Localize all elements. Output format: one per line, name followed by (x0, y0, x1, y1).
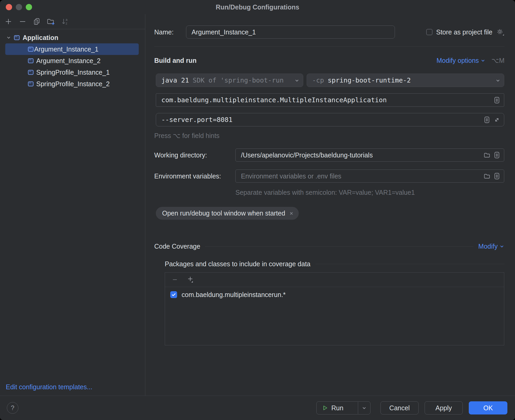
play-icon (322, 405, 328, 411)
dialog-footer: ? Run Cancel Apply OK (0, 396, 515, 420)
separator (315, 264, 504, 264)
name-field[interactable] (186, 25, 395, 39)
chevron-down-icon[interactable] (6, 35, 11, 40)
coverage-packages-header: Packages and classes to include in cover… (165, 258, 504, 270)
help-button[interactable]: ? (7, 402, 18, 414)
remove-icon (171, 276, 179, 284)
minimize-window-button[interactable] (16, 4, 22, 10)
classpath-dropdown[interactable]: -cp spring-boot-runtime-2 (307, 74, 504, 87)
tree-item-argument-instance-1[interactable]: Argument_Instance_1 (5, 43, 139, 55)
window-controls (6, 4, 32, 10)
environment-variables-field[interactable] (235, 170, 504, 183)
gear-icon[interactable] (496, 28, 504, 36)
run-config-icon (27, 69, 34, 76)
coverage-table-toolbar (165, 273, 504, 287)
close-icon[interactable] (289, 211, 294, 216)
titlebar: Run/Debug Configurations (0, 0, 515, 14)
ok-button[interactable]: OK (469, 401, 507, 414)
chevron-down-icon (480, 58, 486, 63)
sort-alphabetically-icon: az (61, 17, 69, 26)
build-and-run-header: Build and run Modify options ⌥M (154, 55, 504, 66)
svg-text:z: z (66, 22, 67, 25)
coverage-add-pattern-button[interactable] (186, 274, 196, 285)
separator (154, 46, 504, 47)
list-options-icon[interactable] (493, 151, 500, 159)
store-as-project-file-group: Store as project file (426, 25, 504, 39)
add-icon (186, 275, 195, 284)
run-split-button[interactable]: Run (316, 401, 370, 414)
working-directory-label: Working directory: (154, 148, 207, 162)
tree-item-label: Argument_Instance_1 (34, 45, 99, 53)
tree-node-application[interactable]: Application (0, 32, 145, 43)
chevron-down-icon (495, 78, 501, 83)
list-options-icon[interactable] (493, 96, 500, 104)
coverage-packages-table: com.baeldung.multipleinstancerun.* (165, 272, 504, 345)
apply-button[interactable]: Apply (425, 401, 463, 414)
tree-item-label: Argument_Instance_2 (36, 57, 101, 65)
remove-icon (19, 18, 27, 25)
run-config-icon (27, 57, 34, 64)
add-icon (4, 18, 12, 25)
copy-configuration-button[interactable] (32, 16, 42, 27)
zoom-window-button[interactable] (26, 4, 32, 10)
name-input[interactable] (192, 28, 391, 36)
add-configuration-button[interactable] (3, 16, 14, 27)
expand-field-icon[interactable] (493, 116, 500, 123)
environment-variables-hint: Separate variables with semicolon: VAR=v… (235, 189, 415, 196)
coverage-modify-link[interactable]: Modify (478, 243, 504, 250)
check-icon (171, 292, 176, 297)
main-class-value: com.baeldung.multipleinstance.MultipleIn… (161, 96, 387, 104)
edit-configuration-templates-link[interactable]: Edit configuration templates... (6, 383, 92, 391)
coverage-packages-label: Packages and classes to include in cover… (165, 260, 311, 268)
copy-icon (33, 18, 41, 25)
run-options-arrow[interactable] (358, 405, 370, 411)
tree-item-label: SpringProfile_Instance_2 (36, 80, 110, 88)
remove-configuration-button[interactable] (17, 16, 28, 27)
code-coverage-title: Code Coverage (154, 243, 200, 250)
sidebar-toolbar: az (0, 14, 145, 29)
coverage-remove-pattern-button[interactable] (170, 274, 180, 285)
list-options-icon[interactable] (493, 172, 500, 180)
folder-icon[interactable] (483, 152, 490, 158)
coverage-pattern-checkbox[interactable] (170, 291, 177, 298)
code-coverage-header: Code Coverage Modify (154, 240, 504, 252)
chip-label: Open run/debug tool window when started (162, 209, 285, 217)
chevron-down-icon (499, 244, 504, 249)
jdk-dropdown[interactable]: java 21 SDK of 'spring-boot-run (156, 74, 303, 87)
program-arguments-value: --server.port=8081 (161, 116, 233, 124)
tree-item-springprofile-instance-2[interactable]: SpringProfile_Instance_2 (0, 78, 145, 90)
build-and-run-title: Build and run (154, 57, 197, 64)
tree-item-springprofile-instance-1[interactable]: SpringProfile_Instance_1 (0, 66, 145, 78)
environment-variables-input[interactable] (241, 172, 483, 180)
coverage-pattern-row[interactable]: com.baeldung.multipleinstancerun.* (165, 287, 504, 302)
main-class-field[interactable]: com.baeldung.multipleinstance.MultipleIn… (156, 93, 504, 107)
tree-item-label: SpringProfile_Instance_1 (36, 69, 110, 76)
store-as-project-file-checkbox[interactable] (426, 29, 432, 35)
working-directory-input[interactable] (241, 151, 483, 159)
name-label: Name: (154, 25, 174, 39)
modify-options-shortcut: ⌥M (491, 57, 504, 64)
tree-item-argument-instance-2[interactable]: Argument_Instance_2 (0, 55, 145, 66)
store-as-project-file-label: Store as project file (436, 28, 492, 36)
window-title: Run/Debug Configurations (216, 3, 299, 11)
sort-configurations-button[interactable]: az (60, 16, 70, 27)
folder-icon[interactable] (483, 173, 490, 180)
cp-value: spring-boot-runtime-2 (328, 76, 411, 84)
environment-variables-label: Environment variables: (154, 170, 221, 183)
run-config-icon (27, 80, 34, 87)
configuration-editor: Name: Store as project file Build and ru… (145, 14, 515, 396)
run-config-icon (27, 46, 34, 53)
cancel-button[interactable]: Cancel (380, 401, 419, 414)
jdk-value: java 21 (161, 76, 189, 84)
program-arguments-field[interactable]: --server.port=8081 (156, 113, 504, 126)
help-icon: ? (11, 404, 14, 412)
close-window-button[interactable] (6, 4, 12, 10)
new-folder-button[interactable] (46, 16, 56, 27)
list-options-icon[interactable] (483, 116, 490, 124)
working-directory-field[interactable] (235, 148, 504, 162)
tree-node-label: Application (23, 34, 58, 42)
run-button-label: Run (331, 404, 343, 412)
modify-options-link[interactable]: Modify options (436, 57, 486, 64)
open-run-tool-window-chip[interactable]: Open run/debug tool window when started (156, 207, 299, 220)
run-debug-configurations-dialog: Run/Debug Configurations az (0, 0, 515, 420)
